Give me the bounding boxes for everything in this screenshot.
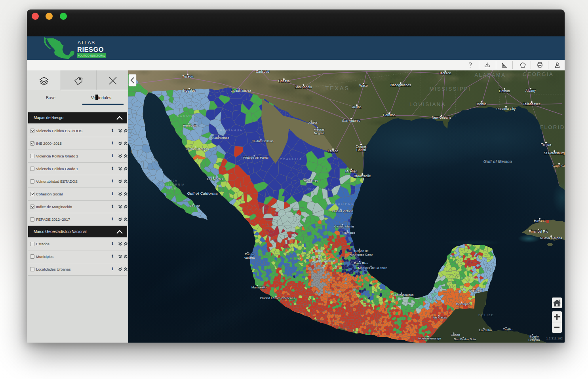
svg-text:Los Mochis: Los Mochis <box>207 177 223 181</box>
svg-text:ALABAMA: ALABAMA <box>475 72 506 78</box>
svg-text:Nueva Gerona: Nueva Gerona <box>540 236 562 240</box>
svg-text:New Orleans: New Orleans <box>432 116 451 119</box>
svg-text:Houston: Houston <box>383 113 396 117</box>
svg-text:QUINTANA: QUINTANA <box>458 277 479 280</box>
svg-text:Cuauhtémoc: Cuauhtémoc <box>211 136 229 140</box>
svg-text:LOUISIANA: LOUISIANA <box>409 101 446 107</box>
svg-text:Odessa: Odessa <box>278 79 290 83</box>
svg-text:ROO: ROO <box>464 280 473 283</box>
svg-text:Belmopan: Belmopan <box>456 302 470 306</box>
svg-text:Rodriguez Cano: Rodriguez Cano <box>350 253 373 256</box>
svg-text:Acuña: Acuña <box>308 121 318 125</box>
svg-text:Havana: Havana <box>534 219 546 223</box>
svg-text:Ciudad Mante: Ciudad Mante <box>334 225 354 228</box>
svg-text:Cape Co: Cape Co <box>552 164 565 168</box>
svg-text:San Antonio: San Antonio <box>342 119 360 123</box>
svg-text:La Paz: La Paz <box>190 204 200 208</box>
svg-text:Waco: Waco <box>359 83 368 87</box>
svg-text:GEORGIA: GEORGIA <box>523 71 554 77</box>
svg-text:BELIZE: BELIZE <box>478 313 494 317</box>
svg-text:Vallarta: Vallarta <box>244 256 255 260</box>
svg-text:Hidalgo del Parral: Hidalgo del Parral <box>243 156 268 159</box>
svg-text:Gulf of California: Gulf of California <box>187 191 217 195</box>
svg-text:Brownsville: Brownsville <box>354 174 371 178</box>
svg-text:Martínez de La Torre: Martínez de La Torre <box>358 266 387 270</box>
svg-text:1:2,311,162: 1:2,311,162 <box>546 337 563 340</box>
svg-text:McAllen: McAllen <box>345 169 358 173</box>
svg-text:Austin: Austin <box>352 105 362 109</box>
svg-text:CHIHUAHUA: CHIHUAHUA <box>217 129 243 132</box>
svg-text:SONORA: SONORA <box>177 114 196 117</box>
svg-text:Tampico: Tampico <box>343 231 355 235</box>
svg-text:Monterrey: Monterrey <box>304 179 318 182</box>
svg-text:MISSISSIPPI: MISSISSIPPI <box>430 86 471 92</box>
svg-text:Puerto: Puerto <box>245 252 254 256</box>
svg-text:Carlsbad: Carlsbad <box>256 70 269 74</box>
svg-text:Trujillo: Trujillo <box>503 328 512 331</box>
svg-text:Ciudad Delicias: Ciudad Delicias <box>251 139 274 143</box>
svg-text:ZACATECAS: ZACATECAS <box>274 212 300 216</box>
svg-text:Ciudad Obregón: Ciudad Obregón <box>186 147 209 151</box>
svg-text:Jackson: Jackson <box>439 71 451 75</box>
svg-text:Huehuetenango: Huehuetenango <box>419 337 441 340</box>
svg-text:Chetumal: Chetumal <box>469 289 482 292</box>
svg-text:Mobile: Mobile <box>476 102 486 106</box>
svg-text:Nogales: Nogales <box>183 89 195 93</box>
svg-text:las Casas: las Casas <box>433 316 447 319</box>
svg-text:Tallahassee: Tallahassee <box>523 102 541 106</box>
svg-text:SUR: SUR <box>169 187 177 190</box>
svg-text:COAHUILA: COAHUILA <box>280 157 303 161</box>
svg-text:Tampa: Tampa <box>541 142 551 146</box>
svg-text:San Angelo: San Angelo <box>295 85 312 89</box>
svg-text:Albany: Albany <box>525 89 536 93</box>
svg-text:Piedras: Piedras <box>314 128 324 131</box>
svg-text:Manzanillo: Manzanillo <box>251 286 267 289</box>
svg-text:Tuxpan de: Tuxpan de <box>354 249 369 253</box>
svg-text:TEXAS: TEXAS <box>325 85 350 91</box>
svg-text:250km: 250km <box>530 337 539 340</box>
svg-text:Dothan: Dothan <box>499 89 510 93</box>
svg-text:CALIFORNIA: CALIFORNIA <box>160 183 185 186</box>
svg-text:Ciudad Lázaro Cárdenas: Ciudad Lázaro Cárdenas <box>260 296 295 300</box>
svg-text:Tucson: Tucson <box>182 74 193 78</box>
svg-text:Poza Rica: Poza Rica <box>354 262 369 265</box>
svg-text:Negras: Negras <box>314 131 324 135</box>
svg-text:Ciudad Victoria: Ciudad Victoria <box>332 209 354 213</box>
svg-text:BAJA: BAJA <box>167 179 178 182</box>
svg-text:Laredo: Laredo <box>328 149 339 153</box>
svg-text:FLORIDA: FLORIDA <box>540 124 565 130</box>
svg-text:Panama City: Panama City <box>497 107 516 111</box>
svg-text:Pinar del Río: Pinar del Río <box>529 229 548 233</box>
svg-text:Hermosillo: Hermosillo <box>183 124 198 127</box>
svg-text:Cobán: Cobán <box>451 333 460 337</box>
svg-text:San Pedro Sula: San Pedro Sula <box>454 337 476 341</box>
svg-text:St Petersburg: St Petersburg <box>544 151 565 155</box>
svg-text:Christi: Christi <box>356 148 366 152</box>
svg-text:Nacogdoches: Nacogdoches <box>390 83 411 87</box>
svg-text:Gulf of Mexico: Gulf of Mexico <box>483 159 512 164</box>
svg-text:NUEVO LEÓN: NUEVO LEÓN <box>308 187 337 191</box>
svg-text:La Ceiba: La Ceiba <box>479 328 492 332</box>
svg-text:TAMAULIPAS: TAMAULIPAS <box>326 202 354 206</box>
svg-text:Ciudad Juárez: Ciudad Juárez <box>230 89 251 93</box>
svg-text:Coatzacoalcos: Coatzacoalcos <box>393 293 413 297</box>
